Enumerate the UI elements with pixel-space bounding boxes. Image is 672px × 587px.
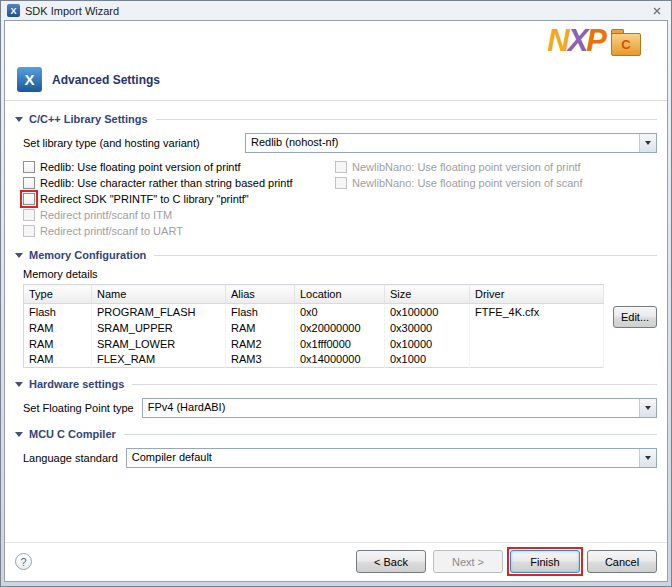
language-standard-label: Language standard [23, 452, 118, 464]
checkbox-column-right: NewlibNano: Use floating point version o… [335, 159, 657, 239]
cell-alias: RAM3 [226, 352, 295, 368]
section-title-hardware: Hardware settings [29, 378, 124, 390]
cell-driver [470, 320, 604, 336]
cell-size: 0x1000 [385, 352, 470, 368]
top-band: NXP C [5, 21, 667, 67]
checkbox-icon[interactable] [23, 161, 35, 173]
chevron-down-icon[interactable] [639, 399, 656, 417]
cell-location: 0x1fff0000 [295, 336, 385, 352]
section-rule [156, 119, 657, 120]
cell-alias: RAM2 [226, 336, 295, 352]
cell-type: Flash [24, 304, 92, 320]
page-title: Advanced Settings [52, 73, 160, 87]
library-type-combo[interactable]: Redlib (nohost-nf) [245, 133, 657, 153]
cell-type: RAM [24, 336, 92, 352]
edit-button[interactable]: Edit... [613, 306, 657, 328]
checkbox-column-left: Redlib: Use floating point version of pr… [23, 159, 335, 239]
language-standard-row: Language standard Compiler default [23, 448, 657, 468]
twistie-icon[interactable] [15, 253, 23, 258]
twistie-icon[interactable] [15, 432, 23, 437]
library-type-value: Redlib (nohost-nf) [246, 134, 639, 152]
memory-details-label: Memory details [23, 268, 657, 280]
column-header-driver[interactable]: Driver [470, 285, 604, 304]
checkbox-label: Redlib: Use floating point version of pr… [40, 161, 241, 173]
section-library-settings[interactable]: C/C++ Library Settings [15, 112, 657, 126]
cell-name: SRAM_LOWER [92, 336, 226, 352]
checkbox-icon [335, 161, 347, 173]
table-row[interactable]: RAM SRAM_UPPER RAM 0x20000000 0x30000 [24, 320, 604, 336]
checkbox-newlibnano-scanf: NewlibNano: Use floating point version o… [335, 175, 657, 190]
checkbox-icon [335, 177, 347, 189]
wizard-header: X Advanced Settings [5, 67, 667, 100]
column-header-size[interactable]: Size [385, 285, 470, 304]
table-header-row: Type Name Alias Location Size Driver [24, 285, 604, 304]
section-title-library: C/C++ Library Settings [29, 113, 148, 125]
chevron-down-icon[interactable] [639, 449, 656, 467]
back-button[interactable]: < Back [356, 550, 426, 573]
folder-body: C [611, 33, 641, 56]
wizard-x-icon: X [17, 67, 42, 92]
checkbox-redirect-sdk-printf[interactable]: Redirect SDK "PRINTF" to C library "prin… [23, 191, 335, 206]
table-row[interactable]: RAM SRAM_LOWER RAM2 0x1fff0000 0x10000 [24, 336, 604, 352]
section-rule [124, 434, 657, 435]
checkbox-icon[interactable] [23, 177, 35, 189]
dialog-body: NXP C X Advanced Settings C/C++ Library … [4, 20, 668, 582]
column-header-alias[interactable]: Alias [226, 285, 295, 304]
library-type-row: Set library type (and hosting variant) R… [23, 133, 657, 153]
app-icon: X [7, 4, 20, 17]
close-icon[interactable] [648, 4, 665, 18]
twistie-icon[interactable] [15, 117, 23, 122]
cell-size: 0x10000 [385, 336, 470, 352]
table-row[interactable]: Flash PROGRAM_FLASH Flash 0x0 0x100000 F… [24, 304, 604, 320]
footer-buttons: < Back Next > Finish Cancel [356, 550, 657, 573]
section-memory-configuration[interactable]: Memory Configuration [15, 248, 657, 262]
section-hardware-settings[interactable]: Hardware settings [15, 377, 657, 391]
window-title: SDK Import Wizard [25, 5, 643, 17]
cell-driver [470, 352, 604, 368]
cell-name: SRAM_UPPER [92, 320, 226, 336]
nxp-letter-n: N [547, 23, 567, 58]
nxp-letter-x: X [568, 23, 587, 58]
floating-point-value: FPv4 (HardABI) [143, 399, 639, 417]
chevron-down-icon[interactable] [639, 134, 656, 152]
library-checkbox-grid: Redlib: Use floating point version of pr… [23, 159, 657, 239]
cell-location: 0x0 [295, 304, 385, 320]
language-standard-combo[interactable]: Compiler default [126, 448, 657, 468]
twistie-icon[interactable] [15, 382, 23, 387]
checkbox-redlib-char-printf[interactable]: Redlib: Use character rather than string… [23, 175, 335, 190]
checkbox-icon[interactable] [23, 193, 35, 205]
cell-location: 0x20000000 [295, 320, 385, 336]
memory-table[interactable]: Type Name Alias Location Size Driver Fla… [23, 284, 604, 368]
cell-type: RAM [24, 320, 92, 336]
nxp-letter-p: P [586, 23, 605, 58]
sdk-import-wizard-window: X SDK Import Wizard NXP C X Advanced Set… [0, 0, 672, 587]
content: C/C++ Library Settings Set library type … [5, 101, 667, 474]
library-type-label: Set library type (and hosting variant) [23, 137, 237, 149]
finish-button[interactable]: Finish [510, 550, 580, 573]
cell-driver: FTFE_4K.cfx [470, 304, 604, 320]
column-header-type[interactable]: Type [24, 285, 92, 304]
nxp-logo: NXP C [547, 25, 641, 56]
section-title-compiler: MCU C Compiler [29, 428, 116, 440]
memory-area: Type Name Alias Location Size Driver Fla… [23, 284, 657, 368]
floating-point-row: Set Floating Point type FPv4 (HardABI) [23, 398, 657, 418]
checkbox-redirect-uart: Redirect printf/scanf to UART [23, 223, 335, 238]
cell-name: PROGRAM_FLASH [92, 304, 226, 320]
help-icon[interactable]: ? [15, 553, 32, 570]
column-header-name[interactable]: Name [92, 285, 226, 304]
table-row[interactable]: RAM FLEX_RAM RAM3 0x14000000 0x1000 [24, 352, 604, 368]
floating-point-label: Set Floating Point type [23, 402, 134, 414]
spacer [5, 474, 667, 542]
checkbox-redlib-float-printf[interactable]: Redlib: Use floating point version of pr… [23, 159, 335, 174]
floating-point-combo[interactable]: FPv4 (HardABI) [142, 398, 657, 418]
footer: ? < Back Next > Finish Cancel [5, 542, 667, 581]
checkbox-icon [23, 225, 35, 237]
checkbox-label: Redirect printf/scanf to UART [40, 225, 183, 237]
checkbox-label: Redlib: Use character rather than string… [40, 177, 293, 189]
section-mcu-c-compiler[interactable]: MCU C Compiler [15, 427, 657, 441]
section-rule [132, 384, 657, 385]
column-header-location[interactable]: Location [295, 285, 385, 304]
cell-type: RAM [24, 352, 92, 368]
cancel-button[interactable]: Cancel [587, 550, 657, 573]
checkbox-newlibnano-printf: NewlibNano: Use floating point version o… [335, 159, 657, 174]
